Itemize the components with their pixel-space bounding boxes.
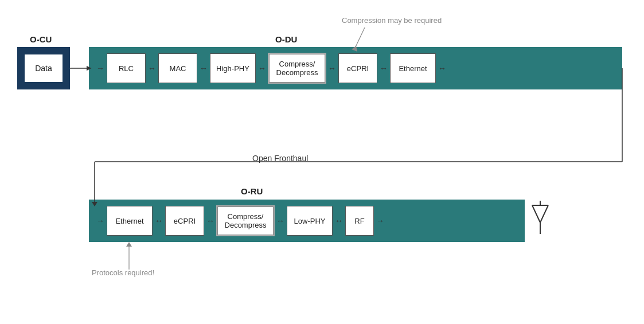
svg-marker-6 — [352, 46, 357, 52]
ocu-block: Data — [17, 47, 70, 89]
compression-annotation-arrow — [330, 22, 376, 56]
network-diagram: O-CU Data O-DU → RLC ↔ MAC ↔ High-PHY ↔ … — [0, 0, 644, 324]
antenna-symbol — [530, 200, 551, 234]
svg-marker-4 — [92, 202, 97, 206]
ocu-data-label: Data — [35, 64, 52, 73]
ocu-odu-connector — [70, 47, 91, 89]
svg-marker-8 — [126, 242, 132, 247]
protocols-annotation: Protocols required! — [92, 268, 154, 277]
ocu-data-box: Data — [24, 53, 64, 83]
ocu-label: O-CU — [30, 34, 52, 44]
fronthaul-label: Open Fronthaul — [252, 154, 308, 163]
svg-line-11 — [540, 205, 548, 222]
compression-annotation: Compression may be required — [342, 16, 442, 25]
svg-line-10 — [532, 205, 540, 222]
odu-label: O-DU — [275, 34, 297, 44]
